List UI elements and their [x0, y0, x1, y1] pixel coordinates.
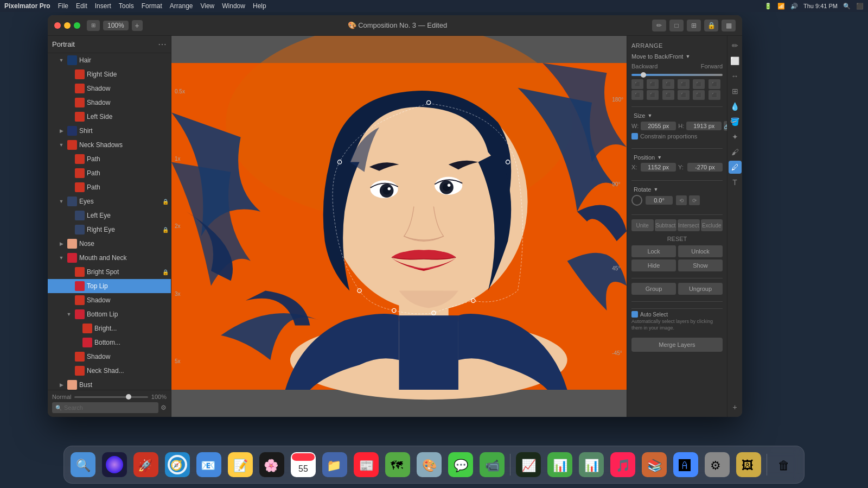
rotate-cw-btn[interactable]: ⟳ — [689, 195, 700, 205]
layer-item-13[interactable]: Right Eye 🔒 — [48, 223, 171, 237]
dock-photolib[interactable]: 🖼 — [734, 450, 763, 479]
rotate-input[interactable] — [646, 196, 673, 205]
layer-expand-arrow[interactable]: ▼ — [58, 141, 65, 149]
dist-h2[interactable]: ⬛ — [662, 90, 674, 100]
dock-books[interactable]: 📚 — [640, 450, 669, 479]
layer-item-20[interactable]: Bright... — [48, 321, 171, 335]
unlock-btn[interactable]: Unlock — [678, 245, 723, 257]
layer-item-7[interactable]: ▼ Neck Shadows — [48, 138, 171, 152]
layer-expand-arrow[interactable]: ▼ — [65, 310, 73, 318]
range-thumb[interactable] — [641, 72, 646, 78]
menu-edit[interactable]: Edit — [76, 2, 87, 10]
layer-expand-arrow[interactable]: ▶ — [58, 127, 65, 135]
layer-item-12[interactable]: Left Eye — [48, 208, 171, 223]
layer-item-14[interactable]: ▶ Nose — [48, 237, 171, 251]
layer-item-19[interactable]: ▼ Bottom Lip — [48, 307, 171, 321]
dock-calendar[interactable]: 55 — [289, 450, 318, 479]
layer-expand-arrow[interactable]: ▼ — [58, 56, 65, 64]
layer-item-5[interactable]: Left Side — [48, 110, 171, 124]
intersect-btn[interactable]: Intersect — [678, 219, 700, 231]
layers-list[interactable]: ▼ Hair Right Side Shadow Shadow — [48, 53, 171, 390]
vector-pen-btn[interactable]: 🖊 — [729, 161, 742, 174]
hide-btn[interactable]: Hide — [631, 259, 676, 271]
layers-options-btn[interactable]: ⋯ — [158, 39, 167, 49]
minimize-button[interactable] — [64, 22, 71, 29]
height-input[interactable] — [686, 122, 722, 130]
layer-expand-arrow[interactable]: ▶ — [58, 381, 65, 389]
canvas-area[interactable]: 180° 90° 45° -45° 0.5x 1x 2x 3x 5x — [171, 36, 627, 417]
subtract-btn[interactable]: Subtract — [655, 219, 677, 231]
layer-item-4[interactable]: Shadow — [48, 96, 171, 110]
layer-expand-arrow[interactable] — [65, 99, 73, 106]
rotate-knob[interactable] — [631, 195, 642, 206]
crop-btn[interactable]: ⊞ — [687, 20, 701, 31]
layer-expand-arrow[interactable] — [65, 113, 73, 121]
panel-btn[interactable]: ▦ — [722, 20, 736, 31]
y-input[interactable] — [687, 163, 723, 172]
dock-photos[interactable]: 🌸 — [257, 450, 286, 479]
menu-help[interactable]: Help — [253, 2, 266, 10]
layer-expand-arrow[interactable] — [65, 282, 73, 290]
layer-expand-arrow[interactable] — [65, 367, 73, 375]
dist-h3[interactable]: ⬛ — [693, 90, 705, 100]
ungroup-btn[interactable]: Ungroup — [678, 283, 723, 295]
close-button[interactable] — [54, 22, 61, 29]
brush-tool-btn[interactable]: ✏ — [652, 20, 666, 31]
layer-expand-arrow[interactable] — [65, 183, 73, 191]
menu-file[interactable]: File — [58, 2, 68, 10]
menu-view[interactable]: View — [200, 2, 214, 10]
unite-btn[interactable]: Unite — [631, 219, 654, 231]
dock-siri[interactable] — [100, 450, 129, 479]
exclude-btn[interactable]: Exclude — [701, 219, 723, 231]
pen-tool-btn[interactable]: ✏ — [729, 39, 742, 52]
layer-item-15[interactable]: ▼ Mouth and Neck — [48, 251, 171, 265]
shape-select-btn[interactable]: ⬜ — [729, 54, 742, 67]
zoom-display[interactable]: 100% — [103, 21, 129, 30]
dock-mail[interactable]: 📧 — [194, 450, 224, 479]
layer-expand-arrow[interactable] — [65, 353, 73, 360]
fullscreen-button[interactable] — [74, 22, 80, 29]
dock-files[interactable]: 📁 — [320, 450, 349, 479]
menu-arrange[interactable]: Arrange — [170, 2, 193, 10]
auto-select-checkbox[interactable] — [631, 311, 638, 318]
app-name[interactable]: Pixelmator Pro — [4, 2, 50, 10]
width-input[interactable] — [641, 122, 676, 130]
menu-window[interactable]: Window — [222, 2, 245, 10]
dock-launchpad[interactable]: 🚀 — [131, 450, 161, 479]
layer-expand-arrow[interactable] — [65, 268, 73, 276]
menubar-control-center[interactable]: ⬛ — [856, 3, 864, 10]
view-mode-btn[interactable]: ⊞ — [87, 20, 100, 31]
dock-keynote[interactable]: 📊 — [577, 450, 606, 479]
effects-btn[interactable]: ✦ — [729, 130, 742, 143]
dock-messages[interactable]: 💬 — [446, 450, 475, 479]
dock-stocks[interactable]: 📈 — [514, 450, 543, 479]
menu-tools[interactable]: Tools — [119, 2, 134, 10]
x-input[interactable] — [641, 163, 676, 172]
align-tr[interactable]: ⬛ — [662, 79, 674, 89]
dock-news[interactable]: 📰 — [352, 450, 381, 479]
dock-appstore[interactable]: 🅰 — [671, 450, 700, 479]
layer-expand-arrow[interactable] — [65, 155, 73, 163]
layer-expand-arrow[interactable] — [73, 339, 80, 346]
layer-expand-arrow[interactable] — [73, 325, 80, 332]
layer-item-1[interactable]: ▼ Hair — [48, 53, 171, 67]
layer-item-24[interactable]: ▶ Bust — [48, 378, 171, 390]
dock-finder[interactable]: 🔍 — [68, 450, 98, 479]
layer-item-18[interactable]: Shadow — [48, 293, 171, 307]
align-br[interactable]: ⬛ — [709, 79, 720, 89]
layer-item-3[interactable]: Shadow — [48, 81, 171, 96]
layer-item-22[interactable]: Shadow — [48, 350, 171, 364]
menu-insert[interactable]: Insert — [95, 2, 111, 10]
dock-notes[interactable]: 📝 — [226, 450, 255, 479]
layer-item-9[interactable]: Path — [48, 166, 171, 180]
zoom-in-btn[interactable]: + — [729, 401, 742, 414]
transform-btn[interactable]: ↔ — [729, 69, 742, 83]
lock-btn[interactable]: Lock — [631, 245, 676, 257]
align-bl[interactable]: ⬛ — [678, 79, 690, 89]
align-bc[interactable]: ⬛ — [693, 79, 705, 89]
layer-expand-arrow[interactable] — [65, 296, 73, 304]
opacity-slider[interactable] — [74, 396, 148, 398]
layer-item-2[interactable]: Right Side — [48, 67, 171, 81]
layer-expand-arrow[interactable] — [65, 169, 73, 177]
dock-sysprefs[interactable]: ⚙ — [703, 450, 732, 479]
